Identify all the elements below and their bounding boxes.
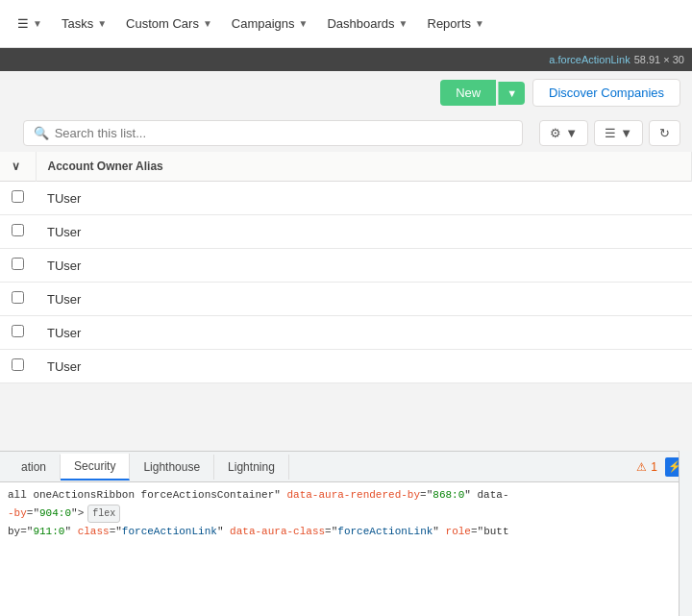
warning-icon: ⚠ (636, 460, 647, 474)
table-row[interactable]: TUser (0, 249, 692, 283)
table-row[interactable]: TUser (0, 283, 692, 316)
row-checkbox[interactable] (12, 358, 24, 371)
search-row: 🔍 ⚙ ▼ ☰ ▼ ↻ (0, 114, 692, 152)
row-checkbox-cell[interactable] (0, 215, 36, 249)
sidebar-item-tasks[interactable]: Tasks ▼ (52, 9, 116, 38)
table-row[interactable]: TUser (0, 215, 692, 249)
tooltip-bar: a.forceActionLink 58.91 × 30 (0, 48, 692, 71)
row-checkbox-cell[interactable] (0, 316, 36, 350)
row-checkbox-cell[interactable] (0, 249, 36, 283)
refresh-icon: ↻ (659, 126, 670, 140)
tasks-chevron: ▼ (97, 18, 107, 29)
sidebar-item-reports[interactable]: Reports ▼ (418, 9, 494, 38)
action-bar: New ▼ Discover Companies (0, 71, 692, 114)
nav-app-switcher[interactable]: ☰ ▼ (8, 9, 52, 38)
row-checkbox[interactable] (12, 291, 24, 304)
owner-alias-cell: TUser (36, 316, 692, 350)
row-checkbox[interactable] (12, 190, 24, 203)
sidebar-item-custom-cars[interactable]: Custom Cars ▼ (116, 9, 222, 38)
settings-button[interactable]: ⚙ ▼ (539, 120, 588, 146)
discover-companies-button[interactable]: Discover Companies (532, 79, 680, 107)
search-icon: 🔍 (34, 126, 49, 140)
gear-icon: ⚙ (550, 126, 561, 140)
row-checkbox-cell[interactable] (0, 350, 36, 383)
new-dropdown-button[interactable]: ▼ (498, 82, 525, 105)
checkbox-header[interactable]: ∨ (0, 152, 36, 182)
nav-dashboards-label: Dashboards (327, 16, 394, 31)
owner-alias-cell: TUser (36, 283, 692, 316)
header-chevron-icon: ∨ (12, 160, 20, 173)
search-container: 🔍 (23, 120, 523, 146)
settings-chevron-icon: ▼ (565, 126, 578, 140)
owner-alias-cell: TUser (36, 350, 692, 383)
console-line-3: by="911:0" class="forceActionLink" data-… (8, 523, 684, 541)
tooltip-coords: 58.91 × 30 (634, 54, 684, 65)
sidebar-item-dashboards[interactable]: Dashboards ▼ (317, 9, 417, 38)
table-row[interactable]: TUser (0, 316, 692, 350)
table-header-row: ∨ Account Owner Alias (0, 152, 692, 182)
reports-chevron: ▼ (475, 18, 484, 29)
columns-icon: ☰ (605, 126, 616, 140)
table-wrapper: ∨ Account Owner Alias TUser TUser TUser … (0, 152, 692, 383)
grid-icon: ☰ (17, 16, 29, 31)
row-checkbox[interactable] (12, 224, 24, 236)
flex-badge: flex (87, 505, 120, 523)
console-line-2: -by="904:0">flex (8, 505, 684, 523)
devtab-lightning[interactable]: Lightning (214, 455, 289, 480)
refresh-button[interactable]: ↻ (649, 120, 680, 146)
owner-alias-cell: TUser (36, 215, 692, 249)
devtab-ation[interactable]: ation (8, 455, 61, 480)
nav-custom-cars-label: Custom Cars (126, 16, 199, 31)
custom-cars-chevron: ▼ (203, 18, 212, 29)
row-checkbox[interactable] (12, 258, 24, 270)
table-row[interactable]: TUser (0, 350, 692, 383)
accounts-table: ∨ Account Owner Alias TUser TUser TUser … (0, 152, 692, 383)
row-checkbox[interactable] (12, 325, 24, 337)
table-row[interactable]: TUser (0, 182, 692, 215)
row-checkbox-cell[interactable] (0, 283, 36, 316)
devtab-security[interactable]: Security (61, 454, 130, 480)
nav-tasks-label: Tasks (62, 16, 93, 31)
nav-bar: ☰ ▼ Tasks ▼ Custom Cars ▼ Campaigns ▼ Da… (0, 0, 692, 48)
sidebar-item-campaigns[interactable]: Campaigns ▼ (222, 9, 318, 38)
devtools-right-panel (679, 451, 692, 616)
nav-reports-label: Reports (428, 16, 472, 31)
columns-chevron-icon: ▼ (620, 126, 632, 140)
columns-button[interactable]: ☰ ▼ (594, 120, 643, 146)
devtools-console: all oneActionsRibbon forceActionsContain… (0, 481, 692, 616)
row-checkbox-cell[interactable] (0, 182, 36, 215)
warning-count: 1 (651, 460, 657, 474)
devtab-lighthouse[interactable]: Lighthouse (130, 455, 214, 480)
devtools-tabs: ation Security Lighthouse Lightning ⚠ 1 … (0, 451, 692, 481)
console-line-1: all oneActionsRibbon forceActionsContain… (8, 486, 684, 505)
new-button[interactable]: New (440, 80, 496, 106)
owner-alias-cell: TUser (36, 182, 692, 215)
owner-alias-cell: TUser (36, 249, 692, 283)
nav-chevron: ▼ (33, 18, 42, 29)
dashboards-chevron: ▼ (399, 18, 408, 29)
warning-badge: ⚠ 1 (629, 456, 665, 478)
search-input[interactable] (55, 126, 512, 140)
campaigns-chevron: ▼ (299, 18, 309, 29)
tooltip-link: a.forceActionLink (549, 54, 630, 65)
nav-campaigns-label: Campaigns (232, 16, 295, 31)
account-owner-alias-header[interactable]: Account Owner Alias (36, 152, 692, 182)
